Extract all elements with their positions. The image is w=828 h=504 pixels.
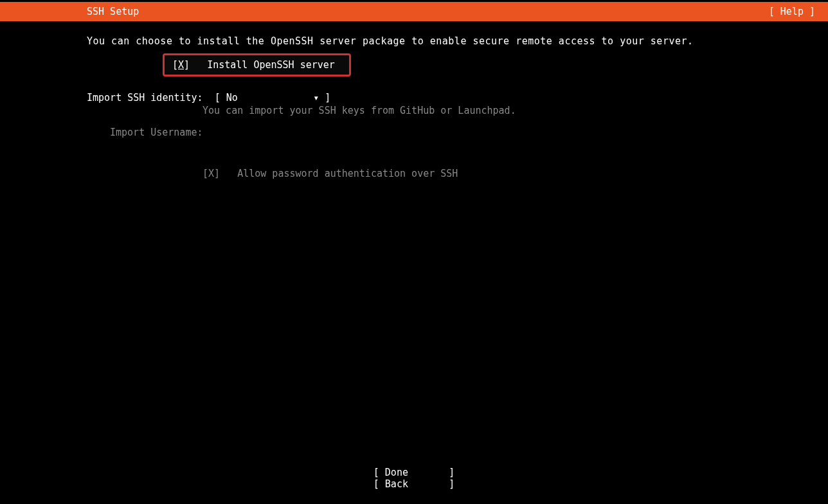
install-openssh-highlight: [X] Install OpenSSH server xyxy=(163,53,351,76)
install-openssh-label: Install OpenSSH server xyxy=(207,59,335,71)
checkbox-bracket-close: ] xyxy=(184,59,190,71)
done-button[interactable]: [ Done ] xyxy=(0,467,828,478)
import-username-row: Import Username: xyxy=(110,127,828,138)
import-identity-dropdown[interactable]: [ No ▾ ] xyxy=(215,92,331,104)
dropdown-bracket-close: ] xyxy=(319,92,330,104)
dropdown-spacer xyxy=(238,92,313,104)
footer: [ Done ] [ Back ] xyxy=(0,467,828,490)
page-title: SSH Setup xyxy=(6,6,139,17)
password-auth-row: [X] Allow password authentication over S… xyxy=(203,168,828,179)
main-content: You can choose to install the OpenSSH se… xyxy=(0,21,828,179)
back-button[interactable]: [ Back ] xyxy=(0,478,828,490)
import-identity-hint: You can import your SSH keys from GitHub… xyxy=(203,105,828,116)
password-auth-checkbox[interactable]: [X] xyxy=(203,168,220,179)
import-username-label: Import Username: xyxy=(110,127,203,138)
password-auth-label: Allow password authentication over SSH xyxy=(237,168,458,179)
import-identity-row: Import SSH identity: [ No ▾ ] xyxy=(87,92,828,104)
import-identity-label: Import SSH identity: xyxy=(87,92,215,104)
checkbox-mark: X xyxy=(178,59,184,71)
chevron-down-icon: ▾ xyxy=(313,92,319,104)
dropdown-bracket-open: [ xyxy=(215,92,226,104)
checkbox-bracket-open: [ xyxy=(172,59,178,71)
header-bar: SSH Setup [ Help ] xyxy=(0,2,828,21)
install-openssh-checkbox[interactable]: [X] Install OpenSSH server xyxy=(172,59,335,71)
dropdown-value: No xyxy=(226,92,238,104)
description-text: You can choose to install the OpenSSH se… xyxy=(87,35,828,47)
help-button[interactable]: [ Help ] xyxy=(769,6,822,17)
